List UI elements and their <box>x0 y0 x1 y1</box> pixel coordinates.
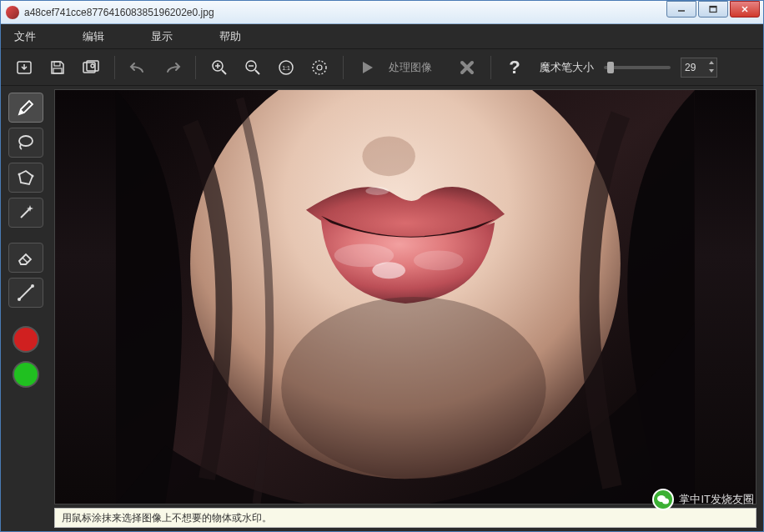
svg-point-21 <box>317 65 322 70</box>
marker-tool[interactable] <box>8 93 43 123</box>
polygon-tool[interactable] <box>8 163 43 193</box>
svg-point-40 <box>281 297 545 479</box>
svg-text:?: ? <box>509 58 520 77</box>
svg-point-38 <box>414 250 464 270</box>
svg-point-27 <box>32 175 34 178</box>
close-button[interactable] <box>730 1 760 18</box>
eraser-tool[interactable] <box>8 243 43 273</box>
spin-arrows <box>708 59 715 75</box>
save-button[interactable] <box>43 54 73 81</box>
line-tool[interactable] <box>8 278 43 308</box>
watermark: 掌中IT发烧友圈 <box>652 489 754 510</box>
brush-size-label: 魔术笔大小 <box>540 60 594 75</box>
magic-wand-tool[interactable] <box>8 198 43 228</box>
separator <box>114 56 115 79</box>
menu-edit[interactable]: 编辑 <box>76 26 111 48</box>
svg-point-20 <box>313 61 326 74</box>
separator <box>343 56 344 79</box>
app-icon <box>6 6 19 19</box>
svg-point-35 <box>362 137 415 177</box>
app-window: a48cef741cce877641608385196202e0.jpg 文件 … <box>0 0 764 532</box>
svg-point-42 <box>662 499 669 504</box>
menu-help[interactable]: 帮助 <box>213 26 248 48</box>
svg-point-32 <box>31 284 34 288</box>
svg-point-10 <box>91 64 94 68</box>
titlebar[interactable]: a48cef741cce877641608385196202e0.jpg <box>1 1 763 24</box>
brush-size-slider[interactable] <box>604 66 671 69</box>
help-button[interactable]: ? <box>500 54 530 81</box>
undo-button[interactable] <box>123 54 153 81</box>
svg-line-29 <box>23 258 28 263</box>
color-green[interactable] <box>13 361 39 388</box>
svg-point-26 <box>18 173 21 176</box>
brush-size-value: 29 <box>685 62 696 73</box>
separator <box>195 56 196 79</box>
svg-line-28 <box>21 209 29 218</box>
canvas[interactable] <box>54 89 756 504</box>
status-hint: 用鼠标涂抹来选择图像上不想要的物体或水印。 <box>62 511 272 525</box>
spin-down[interactable] <box>708 68 715 75</box>
svg-point-39 <box>365 187 389 195</box>
gallery-button[interactable] <box>76 54 106 81</box>
window-controls <box>666 1 763 23</box>
svg-line-16 <box>255 70 259 74</box>
brush-size-input[interactable]: 29 <box>681 58 717 78</box>
color-red[interactable] <box>13 326 39 353</box>
zoom-11-button[interactable]: 1:1 <box>271 54 301 81</box>
canvas-area: 用鼠标涂抹来选择图像上不想要的物体或水印。 <box>51 86 763 531</box>
wechat-icon <box>652 489 674 510</box>
window-title: a48cef741cce877641608385196202e0.jpg <box>24 7 666 18</box>
import-button[interactable] <box>9 54 39 81</box>
svg-text:1:1: 1:1 <box>282 65 290 71</box>
lasso-tool[interactable] <box>8 128 43 158</box>
menubar: 文件 编辑 显示 帮助 <box>1 24 763 49</box>
zoom-out-button[interactable] <box>238 54 268 81</box>
play-button[interactable] <box>352 54 382 81</box>
svg-line-12 <box>222 70 226 74</box>
menu-file[interactable]: 文件 <box>8 26 43 48</box>
body-area: 用鼠标涂抹来选择图像上不想要的物体或水印。 <box>1 86 763 531</box>
menu-view[interactable]: 显示 <box>144 26 179 48</box>
svg-line-30 <box>19 286 33 299</box>
canvas-image <box>116 90 695 504</box>
zoom-fit-button[interactable] <box>304 54 334 81</box>
status-bar: 用鼠标涂抹来选择图像上不想要的物体或水印。 <box>54 508 756 528</box>
left-toolbar <box>1 86 51 531</box>
process-label: 处理图像 <box>389 60 432 75</box>
svg-point-37 <box>334 244 394 268</box>
svg-point-31 <box>18 298 21 301</box>
maximize-button[interactable] <box>698 1 728 18</box>
redo-button[interactable] <box>157 54 187 81</box>
svg-point-25 <box>19 136 33 146</box>
watermark-text: 掌中IT发烧友圈 <box>679 492 754 507</box>
separator <box>490 56 491 79</box>
cancel-button[interactable] <box>452 54 482 81</box>
minimize-button[interactable] <box>666 1 696 18</box>
toolbar: 1:1 处理图像 ? 魔术笔大小 29 <box>1 49 763 86</box>
spin-up[interactable] <box>708 59 715 67</box>
zoom-in-button[interactable] <box>204 54 234 81</box>
slider-thumb[interactable] <box>607 62 614 73</box>
svg-rect-7 <box>53 68 62 73</box>
